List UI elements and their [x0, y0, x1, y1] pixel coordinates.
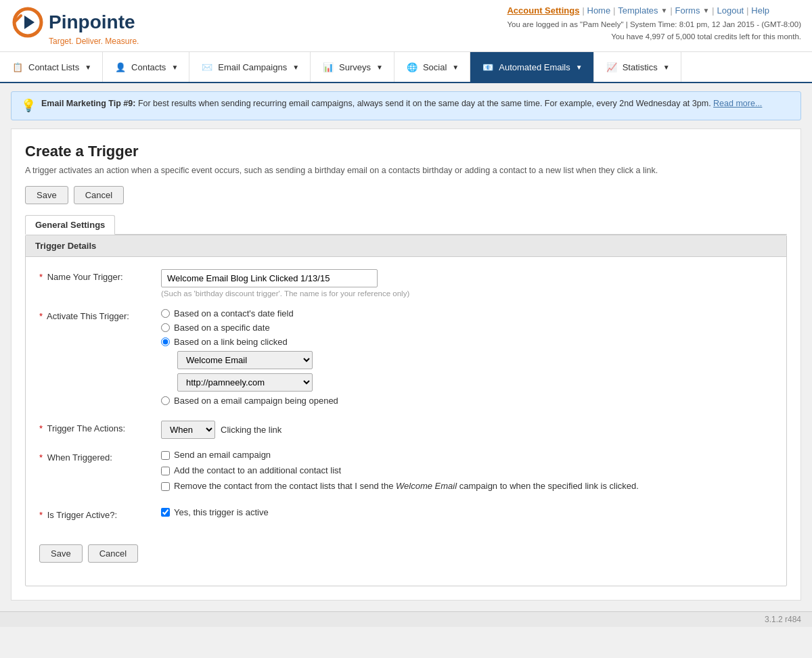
name-label-text: Name Your Trigger: [47, 272, 123, 282]
statistics-icon: 📈 [605, 60, 618, 74]
url-select[interactable]: http://pamneely.com http://pamneely.com/… [177, 373, 313, 392]
when-triggered-field: Send an email campaign Add the contact t… [161, 450, 773, 496]
nav-social[interactable]: 🌐 Social ▼ [394, 52, 470, 82]
home-link[interactable]: Home [587, 5, 611, 16]
send-email-checkbox[interactable] [161, 451, 170, 460]
tip-content: Email Marketing Tip #9: For best results… [41, 99, 762, 108]
active-label: * Is Trigger Active?: [39, 507, 161, 520]
email-campaigns-arrow: ▼ [292, 64, 299, 71]
activate-row: * Activate This Trigger: Based on a cont… [39, 308, 773, 410]
link-sub-options: Welcome Email Newsletter Promo Email htt… [177, 351, 773, 392]
activate-label: * Activate This Trigger: [39, 308, 161, 321]
nav-contact-lists-label: Contact Lists [28, 62, 79, 72]
tip-label: Email Marketing Tip #9: [41, 99, 135, 108]
active-field: Yes, this trigger is active [161, 507, 773, 517]
logo-name: Pinpointe [49, 11, 135, 33]
nav-contacts-label: Contacts [131, 62, 166, 72]
radio-link-clicked-label: Based on a link being clicked [174, 337, 288, 347]
trigger-name-input[interactable] [161, 269, 378, 287]
page-description: A trigger activates an action when a spe… [25, 166, 787, 175]
radio-email-opened-option: Based on a email campaign being opened [161, 396, 773, 406]
remove-contact-text-2: campaign to when the specified link is c… [457, 481, 639, 491]
radio-link-clicked[interactable] [161, 337, 170, 346]
nav-sep: | [582, 6, 584, 16]
radio-date-field-option: Based on a contact's date field [161, 308, 773, 319]
header-info: You are logged in as "Pam Neely" | Syste… [507, 18, 801, 43]
nav-sep: | [613, 6, 615, 16]
active-checkbox[interactable] [161, 508, 170, 517]
forms-link[interactable]: Forms [675, 5, 700, 16]
trigger-actions-label: * Trigger The Actions: [39, 421, 161, 433]
templates-arrow: ▼ [661, 7, 668, 14]
email-campaigns-icon: ✉️ [200, 60, 214, 74]
save-top-button[interactable]: Save [25, 186, 68, 204]
top-buttons: Save Cancel [25, 186, 787, 204]
when-triggered-label: * When Triggered: [39, 450, 161, 463]
when-select[interactable]: When After [161, 421, 215, 439]
logo-tagline: Target. Deliver. Measure. [49, 37, 139, 46]
nav-email-campaigns[interactable]: ✉️ Email Campaigns ▼ [189, 52, 311, 82]
name-required: * [39, 272, 43, 282]
active-row-container: * Is Trigger Active?: Yes, this trigger … [39, 507, 773, 520]
active-required: * [39, 510, 43, 520]
contact-lists-icon: 📋 [11, 60, 24, 74]
active-checkbox-row: Yes, this trigger is active [161, 507, 773, 517]
save-bottom-button[interactable]: Save [39, 544, 83, 563]
cancel-bottom-button[interactable]: Cancel [88, 544, 138, 563]
radio-specific-date[interactable] [161, 323, 170, 332]
remove-contact-checkbox[interactable] [161, 482, 170, 491]
radio-date-field[interactable] [161, 309, 170, 318]
when-triggered-row: * When Triggered: Send an email campaign… [39, 450, 773, 496]
svg-marker-1 [24, 16, 35, 29]
nav-contacts[interactable]: 👤 Contacts ▼ [103, 52, 189, 82]
email-select[interactable]: Welcome Email Newsletter Promo Email [177, 351, 313, 369]
surveys-arrow: ▼ [376, 64, 383, 71]
nav-sep: | [746, 6, 748, 16]
remove-contact-label: Remove the contact from the contact list… [174, 481, 639, 491]
logo-icon [11, 5, 45, 39]
logo: Pinpointe [11, 5, 139, 39]
header-nav: Account Settings | Home | Templates ▼ | … [507, 5, 801, 16]
header: Pinpointe Target. Deliver. Measure. Acco… [0, 0, 812, 52]
nav-contact-lists[interactable]: 📋 Contact Lists ▼ [0, 52, 103, 82]
name-row: * Name Your Trigger: (Such as 'birthday … [39, 269, 773, 298]
cancel-top-button[interactable]: Cancel [74, 186, 124, 204]
tab-row: General Settings [25, 215, 787, 235]
remove-contact-text-1: Remove the contact from the contact list… [174, 481, 396, 491]
when-triggered-label-text: When Triggered: [47, 452, 112, 463]
radio-email-opened[interactable] [161, 396, 170, 405]
trigger-actions-required: * [39, 423, 43, 433]
general-settings-tab[interactable]: General Settings [25, 215, 115, 235]
logo-area: Pinpointe Target. Deliver. Measure. [11, 5, 139, 46]
trigger-details-section: Trigger Details * Name Your Trigger: (Su… [25, 235, 787, 586]
trigger-actions-label-text: Trigger The Actions: [47, 423, 125, 433]
nav-statistics[interactable]: 📈 Statistics ▼ [594, 52, 681, 82]
tip-icon: 💡 [21, 98, 36, 113]
section-body: * Name Your Trigger: (Such as 'birthday … [26, 257, 786, 586]
logout-link[interactable]: Logout [717, 5, 744, 16]
contact-lists-arrow: ▼ [85, 64, 91, 71]
statistics-arrow: ▼ [663, 64, 670, 71]
automated-emails-icon: 📧 [481, 60, 495, 74]
activate-label-text: Activate This Trigger: [47, 311, 129, 321]
version-bar: 3.1.2 r484 [0, 611, 812, 627]
bottom-buttons: Save Cancel [39, 544, 773, 563]
send-email-label: Send an email campaign [174, 450, 271, 460]
help-link[interactable]: Help [751, 5, 769, 16]
forms-arrow: ▼ [702, 7, 709, 14]
trigger-actions-row: * Trigger The Actions: When After Clicki… [39, 421, 773, 439]
activate-required: * [39, 311, 43, 321]
nav-surveys[interactable]: 📊 Surveys ▼ [311, 52, 394, 82]
social-arrow: ▼ [452, 64, 459, 71]
nav-automated-emails[interactable]: 📧 Automated Emails ▼ [470, 52, 593, 82]
nav-sep: | [670, 6, 672, 16]
add-contact-checkbox[interactable] [161, 467, 170, 475]
add-contact-label: Add the contact to an additional contact… [174, 465, 341, 475]
when-row: When After Clicking the link [161, 421, 773, 439]
nav-surveys-label: Surveys [339, 62, 371, 72]
account-settings-link[interactable]: Account Settings [507, 5, 579, 16]
templates-link[interactable]: Templates [618, 5, 658, 16]
tip-read-more[interactable]: Read more... [713, 99, 762, 108]
nav-statistics-label: Statistics [623, 62, 658, 72]
automated-emails-arrow: ▼ [576, 64, 583, 71]
